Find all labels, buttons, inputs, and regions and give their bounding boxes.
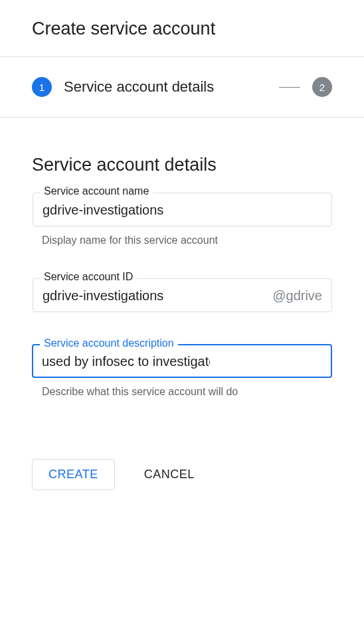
description-helper: Describe what this service account will … bbox=[32, 386, 332, 398]
step-1-label: Service account details bbox=[64, 78, 267, 96]
section-title: Service account details bbox=[32, 155, 332, 175]
action-bar: CREATE CANCEL bbox=[0, 434, 364, 515]
id-field-group: Service account ID @gdrive bbox=[32, 278, 332, 312]
id-field-label: Service account ID bbox=[40, 271, 137, 283]
name-input[interactable] bbox=[43, 203, 322, 218]
step-1-number: 1 bbox=[39, 82, 45, 93]
step-divider bbox=[279, 87, 300, 88]
name-field-label: Service account name bbox=[40, 185, 153, 197]
step-1-circle[interactable]: 1 bbox=[32, 77, 52, 97]
page-title: Create service account bbox=[32, 19, 332, 39]
create-button[interactable]: CREATE bbox=[32, 459, 115, 490]
page-header: Create service account bbox=[0, 0, 364, 57]
step-2-circle[interactable]: 2 bbox=[312, 77, 332, 97]
id-field[interactable]: Service account ID @gdrive bbox=[33, 278, 332, 312]
cancel-button[interactable]: CANCEL bbox=[139, 460, 200, 489]
description-field-group: Service account description Describe wha… bbox=[32, 344, 332, 398]
description-field[interactable]: Service account description bbox=[32, 344, 332, 378]
step-2-number: 2 bbox=[319, 82, 325, 93]
id-suffix: @gdrive bbox=[272, 288, 322, 304]
name-field[interactable]: Service account name bbox=[33, 193, 332, 226]
stepper: 1 Service account details 2 bbox=[0, 57, 364, 118]
description-field-label: Service account description bbox=[40, 337, 178, 349]
description-input[interactable] bbox=[42, 354, 210, 369]
name-field-group: Service account name Display name for th… bbox=[32, 193, 332, 246]
form-content: Service account details Service account … bbox=[0, 118, 364, 434]
name-helper: Display name for this service account bbox=[32, 234, 332, 246]
id-input[interactable] bbox=[43, 288, 272, 304]
